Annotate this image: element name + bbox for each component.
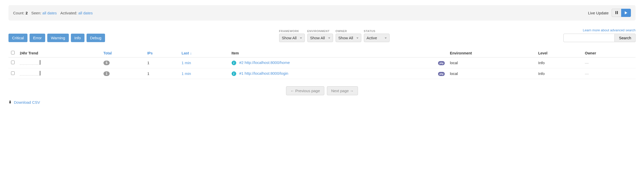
col-trend: 24hr Trend (17, 49, 101, 58)
php-icon: php (438, 72, 445, 76)
level-value: Info (536, 68, 582, 79)
seen-label: Seen: (31, 11, 41, 15)
activated-link[interactable]: all dates (78, 11, 93, 15)
filter-framework-label: FRAMEWORK (279, 30, 305, 33)
row-checkbox[interactable] (11, 61, 15, 64)
filter-framework: FRAMEWORK Show All (279, 30, 305, 42)
play-icon (625, 11, 627, 14)
filter-owner: OWNER Show All (336, 30, 361, 42)
pager: ← Previous page Next page → (8, 86, 636, 95)
pause-button[interactable] (612, 9, 621, 17)
summary-bar: Count: 2 Seen: all dates Activated: all … (8, 5, 636, 21)
search-column: Learn more about advanced search Search (563, 28, 636, 42)
owner-value: — (582, 58, 636, 68)
status-select[interactable]: Active (364, 34, 390, 42)
warning-button[interactable]: Warning (47, 34, 69, 42)
prev-page-button[interactable]: ← Previous page (286, 86, 324, 95)
filter-status: STATUS Active (364, 30, 390, 42)
live-update-toggle (612, 9, 631, 17)
environment-select[interactable]: Show All (307, 34, 333, 42)
activated-label: Activated: (60, 11, 77, 15)
level-buttons: Critical Error Warning Info Debug (8, 34, 105, 42)
seen-link[interactable]: all dates (42, 11, 57, 15)
framework-select[interactable]: Show All (279, 34, 305, 42)
next-page-button[interactable]: Next page → (327, 86, 358, 95)
download-csv-label: Download CSV (14, 100, 40, 104)
download-icon: ⬇ (8, 100, 12, 104)
select-all-checkbox[interactable] (11, 51, 15, 54)
summary-right: Live Update (588, 9, 631, 17)
item-link[interactable]: #2 http://localhost:8000/home (239, 60, 290, 65)
col-level: Level (536, 49, 582, 58)
environment-value: local (447, 58, 536, 68)
level-value: Info (536, 58, 582, 68)
item-link[interactable]: #1 http://localhost:8000/login (239, 71, 288, 75)
last-value[interactable]: 1 min (179, 58, 229, 68)
col-owner: Owner (582, 49, 636, 58)
live-update-label: Live Update (588, 11, 609, 15)
count-group: Count: 2 (13, 11, 28, 15)
info-icon: i (232, 61, 236, 65)
activated-group: Activated: all dates (60, 11, 93, 15)
table-row: 1 1 1 min i #1 http://localhost:8000/log… (8, 68, 636, 79)
owner-value: — (582, 68, 636, 79)
table-row: 5 1 1 min i #2 http://localhost:8000/hom… (8, 58, 636, 68)
row-checkbox[interactable] (11, 71, 15, 75)
debug-button[interactable]: Debug (87, 34, 105, 42)
controls-row: Critical Error Warning Info Debug FRAMEW… (8, 28, 636, 42)
ips-value: 1 (145, 58, 179, 68)
play-button[interactable] (621, 9, 631, 17)
total-badge: 5 (103, 61, 110, 65)
environment-value: local (447, 68, 536, 79)
table-header-row: 24hr Trend Total IPs Last ↓ Item Environ… (8, 49, 636, 58)
filters: FRAMEWORK Show All ENVIRONMENT Show All … (279, 30, 390, 42)
owner-select[interactable]: Show All (336, 34, 361, 42)
last-value[interactable]: 1 min (179, 68, 229, 79)
items-table: 24hr Trend Total IPs Last ↓ Item Environ… (8, 49, 636, 79)
error-button[interactable]: Error (30, 34, 45, 42)
ips-value: 1 (145, 68, 179, 79)
php-icon: php (438, 61, 445, 65)
pause-icon (615, 11, 618, 15)
count-value: 2 (25, 11, 27, 15)
filter-status-label: STATUS (364, 30, 390, 33)
col-total[interactable]: Total (101, 49, 145, 58)
trend-sparkline (20, 60, 40, 65)
info-icon: i (232, 71, 236, 76)
advanced-search-link[interactable]: Learn more about advanced search (583, 28, 636, 32)
critical-button[interactable]: Critical (8, 34, 27, 42)
filter-owner-label: OWNER (336, 30, 361, 33)
count-label: Count: (13, 11, 24, 15)
trend-sparkline (20, 71, 40, 75)
col-ips[interactable]: IPs (145, 49, 179, 58)
filter-environment: ENVIRONMENT Show All (307, 30, 333, 42)
seen-group: Seen: all dates (31, 11, 57, 15)
download-csv-link[interactable]: ⬇ Download CSV (8, 100, 40, 104)
summary-left: Count: 2 Seen: all dates Activated: all … (13, 11, 93, 15)
info-button[interactable]: Info (71, 34, 84, 42)
search-input[interactable] (563, 34, 615, 42)
search-row: Search (563, 34, 636, 42)
filter-environment-label: ENVIRONMENT (307, 30, 333, 33)
search-button[interactable]: Search (615, 34, 636, 42)
col-item: Item (229, 49, 436, 58)
total-badge: 1 (103, 71, 110, 76)
col-environment: Environment (447, 49, 536, 58)
col-last[interactable]: Last ↓ (179, 49, 229, 58)
